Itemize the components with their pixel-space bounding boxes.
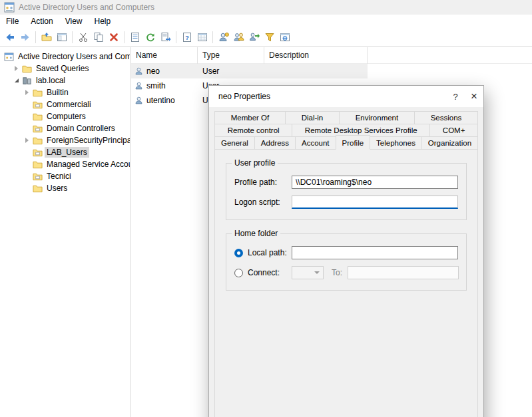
- folder-icon: [33, 160, 43, 169]
- tab-organization[interactable]: Organization: [421, 136, 478, 150]
- connect-radio[interactable]: [234, 269, 243, 277]
- menu-file[interactable]: File: [0, 15, 25, 27]
- column-header-name[interactable]: Name: [131, 47, 198, 64]
- tab-sessions[interactable]: Sessions: [414, 111, 478, 124]
- tree-item-saved-queries[interactable]: Saved Queries: [0, 63, 130, 74]
- tree-item-label: Computers: [47, 112, 86, 121]
- set-filter-icon[interactable]: [262, 29, 277, 45]
- local-path-input[interactable]: [292, 246, 458, 259]
- properties-icon[interactable]: [127, 29, 142, 45]
- local-path-radio[interactable]: [234, 249, 243, 257]
- tree-item-computers[interactable]: Computers: [0, 110, 130, 122]
- toolbar-separator: [35, 31, 36, 43]
- list-view-icon[interactable]: [194, 29, 210, 45]
- tree-item-label: LAB_Users: [47, 148, 87, 157]
- column-header-description[interactable]: Description: [264, 47, 368, 64]
- show-console-tree-icon[interactable]: [54, 29, 69, 45]
- dialog-titlebar: neo Properties ? ×: [209, 86, 483, 107]
- tab-general[interactable]: General: [214, 136, 255, 150]
- tab-com-plus[interactable]: COM+: [429, 124, 478, 137]
- delete-icon[interactable]: [106, 29, 121, 45]
- tree-item-label: Domain Controllers: [47, 124, 115, 133]
- home-folder-legend: Home folder: [232, 229, 280, 238]
- find-objects-icon[interactable]: [277, 29, 292, 45]
- tree-item-builtin[interactable]: Builtin: [0, 86, 130, 98]
- back-icon[interactable]: [2, 29, 17, 45]
- tree-item-label: Active Directory Users and Com: [18, 52, 131, 61]
- add-to-group-icon[interactable]: [246, 29, 262, 45]
- console-tree-pane[interactable]: Active Directory Users and Com Saved Que…: [0, 47, 131, 417]
- cut-icon[interactable]: [75, 29, 91, 45]
- chevron-placeholder: [23, 184, 31, 193]
- tree-item-tecnici[interactable]: Tecnici: [0, 170, 130, 182]
- toolbar-separator: [176, 31, 176, 43]
- tab-address[interactable]: Address: [254, 136, 296, 150]
- tree-item-lab-users[interactable]: LAB_Users: [0, 146, 130, 158]
- ou-folder-icon: [33, 124, 43, 133]
- list-header: Name Type Description: [131, 47, 532, 64]
- tree-item-label: lab.local: [36, 76, 65, 85]
- new-group-icon[interactable]: [231, 29, 246, 45]
- tab-profile[interactable]: Profile: [336, 135, 371, 150]
- tree-item-domain-controllers[interactable]: Domain Controllers: [0, 122, 130, 134]
- menu-action[interactable]: Action: [25, 15, 59, 27]
- column-header-type[interactable]: Type: [198, 47, 264, 64]
- up-one-level-icon[interactable]: [39, 29, 54, 45]
- tree-item-foreign-security-principals[interactable]: ForeignSecurityPrincipals: [0, 134, 130, 146]
- tree-item-label: Saved Queries: [36, 64, 89, 73]
- profile-path-input[interactable]: [292, 176, 458, 189]
- help-icon[interactable]: ?: [179, 29, 194, 45]
- chevron-placeholder: [23, 160, 31, 169]
- list-cell-name: smith: [146, 81, 166, 90]
- folder-icon: [22, 65, 33, 73]
- tree-item-label: Tecnici: [47, 172, 71, 181]
- profile-tab-page: User profile Profile path: Logon script:…: [214, 149, 478, 417]
- menu-help[interactable]: Help: [89, 15, 117, 27]
- new-user-icon[interactable]: [216, 29, 231, 45]
- chevron-right-icon[interactable]: [23, 88, 31, 97]
- tab-dial-in[interactable]: Dial-in: [285, 111, 340, 124]
- user-profile-group: User profile Profile path: Logon script:: [226, 163, 467, 220]
- export-list-icon[interactable]: [158, 29, 173, 45]
- neo-properties-dialog: neo Properties ? × Member Of Dial-in Env…: [208, 85, 484, 417]
- menu-bar: File Action View Help: [0, 15, 532, 28]
- chevron-right-icon[interactable]: [12, 65, 21, 73]
- tree-item-root[interactable]: Active Directory Users and Com: [0, 51, 130, 63]
- refresh-icon[interactable]: [142, 29, 158, 45]
- home-folder-group: Home folder Local path: Connect: To:: [226, 233, 467, 291]
- folder-icon: [33, 136, 43, 145]
- window-title: Active Directory Users and Computers: [19, 3, 154, 12]
- tab-row-1: Member Of Dial-in Environment Sessions: [214, 111, 478, 124]
- tab-member-of[interactable]: Member Of: [214, 111, 286, 124]
- console-root-icon: [4, 53, 15, 61]
- menu-view[interactable]: View: [59, 15, 89, 27]
- copy-icon[interactable]: [91, 29, 106, 45]
- tree-item-label: Managed Service Accou: [47, 160, 131, 169]
- forward-icon[interactable]: [17, 29, 33, 45]
- logon-script-input[interactable]: [292, 196, 458, 209]
- chevron-placeholder: [23, 172, 31, 181]
- user-profile-legend: User profile: [232, 158, 278, 168]
- folder-icon: [33, 88, 43, 97]
- aduc-app-icon: [4, 2, 15, 13]
- tree-item-lab-local[interactable]: lab.local: [0, 74, 130, 86]
- toolbar-separator: [212, 31, 213, 43]
- chevron-down-icon[interactable]: [12, 76, 21, 85]
- chevron-right-icon[interactable]: [23, 136, 31, 145]
- chevron-down-icon: [314, 271, 320, 274]
- tab-account[interactable]: Account: [295, 136, 336, 150]
- drive-letter-dropdown[interactable]: [292, 266, 324, 279]
- tab-remote-control[interactable]: Remote control: [214, 124, 292, 137]
- connect-path-input[interactable]: [348, 266, 459, 279]
- list-row-neo[interactable]: neo User: [131, 64, 368, 78]
- tree-item-label: Builtin: [47, 88, 69, 97]
- tree-item-managed-service-accounts[interactable]: Managed Service Accou: [0, 158, 130, 170]
- dialog-close-button[interactable]: ×: [465, 86, 483, 107]
- tab-environment[interactable]: Environment: [339, 111, 415, 124]
- tree-item-label: ForeignSecurityPrincipals: [47, 136, 131, 145]
- tab-telephones[interactable]: Telephones: [370, 136, 422, 150]
- tree-item-users[interactable]: Users: [0, 182, 130, 194]
- dialog-help-button[interactable]: ?: [446, 86, 465, 107]
- tree-item-commerciali[interactable]: Commerciali: [0, 98, 130, 110]
- dialog-title: neo Properties: [218, 92, 446, 101]
